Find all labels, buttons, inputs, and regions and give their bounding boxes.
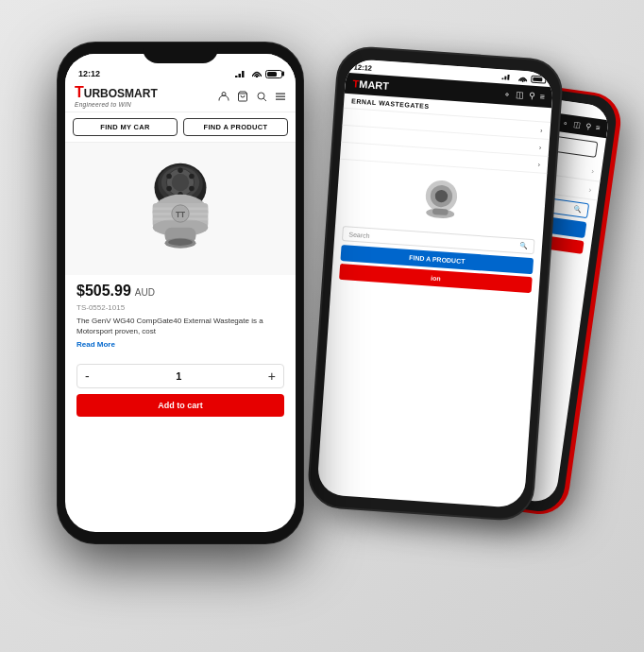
- middle-product-image: [416, 173, 466, 223]
- quantity-minus-btn[interactable]: -: [85, 369, 90, 384]
- quantity-row: - 1 +: [76, 364, 284, 388]
- cart-icon[interactable]: ◫: [572, 120, 581, 129]
- right-chevron-1: ›: [591, 166, 595, 175]
- middle-logo: TMART: [352, 77, 389, 92]
- main-user-icon[interactable]: [218, 91, 229, 102]
- svg-line-20: [263, 98, 266, 101]
- svg-point-33: [166, 186, 172, 192]
- menu-icon[interactable]: ≡: [595, 123, 601, 132]
- price-line: $505.99 AUD: [76, 283, 284, 300]
- read-more-link[interactable]: Read More: [76, 340, 284, 349]
- svg-point-30: [189, 174, 195, 180]
- svg-point-7: [522, 80, 524, 82]
- svg-rect-14: [239, 74, 242, 77]
- middle-time: 12:12: [353, 62, 372, 72]
- middle-search-icon[interactable]: ⚲: [528, 91, 535, 100]
- middle-chevron-2: ›: [539, 144, 542, 150]
- svg-rect-4: [501, 78, 503, 80]
- main-product-info: $505.99 AUD TS-0552-1015 The GenV WG40 C…: [65, 275, 296, 356]
- main-time: 12:12: [78, 60, 100, 78]
- middle-chevron-1: ›: [540, 127, 543, 133]
- svg-rect-5: [504, 77, 506, 80]
- main-cart-icon[interactable]: [237, 91, 248, 102]
- phone-main-screen: 12:12: [65, 54, 296, 532]
- middle-menu-icon[interactable]: ≡: [539, 92, 545, 101]
- svg-point-28: [172, 174, 189, 191]
- main-add-to-cart: - 1 + Add to cart: [65, 356, 296, 424]
- product-description: The GenV WG40 CompGate40 External Wasteg…: [76, 316, 284, 336]
- middle-cart-icon[interactable]: ◫: [516, 90, 525, 100]
- svg-point-31: [189, 186, 195, 192]
- right-search-icon-sm: 🔍: [573, 205, 583, 214]
- middle-chevron-3: ›: [537, 161, 540, 167]
- main-logo-area: TURBOSMART Engineered to WIN: [75, 84, 158, 108]
- phones-container: TMART ⚬ ◫ ⚲ ≡ FIND A PRODUCT R › ›: [39, 24, 605, 628]
- notch: [143, 43, 218, 63]
- svg-text:TT: TT: [176, 211, 185, 219]
- logo-rest: URBOSMART: [84, 87, 158, 100]
- svg-rect-12: [432, 208, 449, 215]
- svg-rect-13: [235, 76, 238, 77]
- svg-rect-15: [242, 71, 245, 77]
- phone-middle-screen: 12:12: [316, 59, 554, 508]
- main-search-icon[interactable]: [256, 91, 267, 102]
- middle-header-icons: ⚬ ◫ ⚲ ≡: [503, 90, 546, 102]
- middle-user-icon[interactable]: ⚬: [503, 90, 512, 100]
- main-product-image: TT: [128, 162, 232, 266]
- main-menu-icon[interactable]: [275, 92, 286, 101]
- right-chevron-2: ›: [588, 185, 592, 194]
- quantity-plus-btn[interactable]: +: [268, 369, 276, 384]
- main-header: TURBOSMART Engineered to WIN: [65, 80, 296, 112]
- main-status-icons: [235, 60, 282, 78]
- add-to-cart-btn[interactable]: Add to cart: [76, 394, 284, 417]
- phone-middle: 12:12: [306, 44, 565, 523]
- svg-point-40: [168, 239, 193, 246]
- product-price: $505.99: [76, 283, 131, 300]
- main-nav-buttons: FIND MY CAR FIND A PRODUCT: [65, 112, 296, 143]
- find-my-car-btn[interactable]: FIND MY CAR: [73, 118, 178, 136]
- find-a-product-btn[interactable]: FIND A PRODUCT: [183, 118, 288, 136]
- svg-point-19: [258, 93, 264, 99]
- middle-status-icons: [501, 73, 546, 84]
- product-currency: AUD: [135, 287, 155, 298]
- svg-rect-6: [507, 75, 509, 80]
- main-header-icons: [218, 91, 286, 102]
- phone-main: 12:12: [58, 43, 303, 543]
- svg-point-16: [256, 76, 258, 77]
- logo-t-letter: T: [75, 84, 84, 100]
- quantity-value: 1: [176, 370, 181, 382]
- main-product-image-area: TT: [65, 143, 296, 275]
- middle-product-area: [335, 160, 547, 236]
- right-header-icons: ⚬ ◫ ⚲ ≡: [562, 118, 602, 132]
- product-sku: TS-0552-1015: [76, 303, 284, 312]
- middle-search-icon-sm: 🔍: [519, 242, 529, 250]
- user-icon[interactable]: ⚬: [562, 118, 569, 128]
- search-icon[interactable]: ⚲: [585, 122, 591, 131]
- svg-point-29: [178, 167, 183, 173]
- main-logo: TURBOSMART: [75, 84, 158, 101]
- logo-tagline: Engineered to WIN: [75, 101, 158, 108]
- svg-point-34: [166, 174, 172, 180]
